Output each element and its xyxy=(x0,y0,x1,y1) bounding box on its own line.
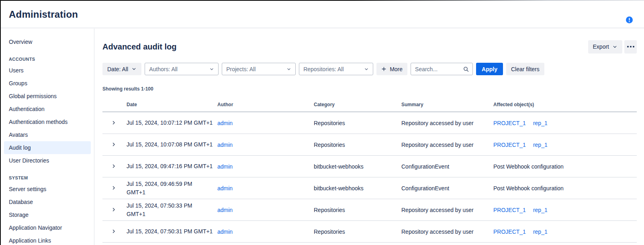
row-summary: ConfigurationEvent xyxy=(401,156,493,177)
chevron-down-icon xyxy=(286,67,291,72)
row-affected: Post Webhook configuration xyxy=(493,177,637,199)
row-summary: ConfigurationEvent xyxy=(401,177,493,199)
chevron-down-icon xyxy=(364,67,369,72)
expand-row-chevron-icon[interactable] xyxy=(111,120,116,125)
apply-button[interactable]: Apply xyxy=(476,63,503,75)
sidebar-item-groups[interactable]: Groups xyxy=(4,77,91,90)
sidebar-section-heading: SYSTEM xyxy=(1,173,94,183)
author-link[interactable]: admin xyxy=(217,142,233,148)
chevron-down-icon xyxy=(209,67,214,72)
page-title: Administration xyxy=(9,9,78,20)
table-row: Jul 15, 2024, 07:50:31 PM GMT+1 admin Re… xyxy=(102,221,637,243)
row-affected: PROJECT_1rep_1 xyxy=(493,199,637,221)
main-header-row: Advanced audit log Export xyxy=(102,39,637,54)
sidebar-item-application-navigator[interactable]: Application Navigator xyxy=(4,221,91,234)
projects-filter-dropdown[interactable]: Projects: All xyxy=(222,63,296,75)
search-icon xyxy=(463,66,469,72)
column-summary: Summary xyxy=(401,97,493,112)
window-top-edge xyxy=(0,0,644,1)
export-button-label: Export xyxy=(593,43,609,50)
audit-log-table: Date Author Category Summary Affected ob… xyxy=(102,97,637,243)
expand-row-chevron-icon[interactable] xyxy=(111,229,116,234)
author-link[interactable]: admin xyxy=(217,163,233,170)
row-affected: Post Webhook configuration xyxy=(493,156,637,177)
window-left-edge xyxy=(0,0,1,245)
row-summary: Repository accessed by user xyxy=(401,221,493,243)
sidebar-item-overview[interactable]: Overview xyxy=(4,35,91,48)
plus-icon xyxy=(381,66,386,72)
projects-filter-label: Projects: All xyxy=(226,66,256,72)
row-summary: Repository accessed by user xyxy=(401,112,493,134)
expand-row-chevron-icon[interactable] xyxy=(111,207,116,212)
chevron-down-icon xyxy=(612,44,617,49)
date-filter-dropdown[interactable]: Date: All xyxy=(102,63,141,75)
affected-object-link[interactable]: rep_1 xyxy=(533,120,548,126)
date-filter-label: Date: All xyxy=(107,66,128,72)
sidebar-item-global-permissions[interactable]: Global permissions xyxy=(4,90,91,103)
clear-filters-button[interactable]: Clear filters xyxy=(506,63,544,75)
row-category: bitbucket-webhooks xyxy=(314,156,401,177)
sidebar-item-audit-log[interactable]: Audit log xyxy=(4,141,91,154)
expand-row-chevron-icon[interactable] xyxy=(111,142,116,147)
affected-object-link[interactable]: PROJECT_1 xyxy=(493,120,526,126)
column-author: Author xyxy=(217,97,314,112)
author-link[interactable]: admin xyxy=(217,185,233,191)
row-affected: PROJECT_1rep_1 xyxy=(493,134,637,156)
row-category: Repositories xyxy=(314,112,401,134)
sidebar-item-users[interactable]: Users xyxy=(4,64,91,77)
authors-filter-label: Authors: All xyxy=(149,66,178,72)
sidebar-item-application-links[interactable]: Application Links xyxy=(4,234,91,245)
affected-object-text: Post Webhook configuration xyxy=(493,163,564,170)
author-link[interactable]: admin xyxy=(217,207,233,213)
table-row: Jul 15, 2024, 10:07:08 PM GMT+1 admin Re… xyxy=(102,134,637,156)
export-button[interactable]: Export xyxy=(588,40,622,54)
sidebar-item-server-settings[interactable]: Server settings xyxy=(4,183,91,196)
expand-row-chevron-icon[interactable] xyxy=(111,185,116,190)
row-date: Jul 15, 2024, 10:07:08 PM GMT+1 xyxy=(127,134,217,156)
affected-object-link[interactable]: PROJECT_1 xyxy=(493,229,526,235)
header-actions: Export xyxy=(588,40,637,54)
sidebar-item-avatars[interactable]: Avatars xyxy=(4,128,91,141)
row-affected: PROJECT_1rep_1 xyxy=(493,221,637,243)
more-options-button[interactable] xyxy=(624,40,637,54)
table-header-row: Date Author Category Summary Affected ob… xyxy=(102,97,637,112)
filter-bar: Date: All Authors: All Projects: All Rep… xyxy=(102,63,637,75)
affected-object-link[interactable]: rep_1 xyxy=(533,142,548,148)
clear-filters-label: Clear filters xyxy=(511,66,540,72)
audit-log-table-body: Jul 15, 2024, 10:07:12 PM GMT+1 admin Re… xyxy=(102,112,637,243)
repositories-filter-dropdown[interactable]: Repositories: All xyxy=(299,63,373,75)
sidebar-item-database[interactable]: Database xyxy=(4,196,91,208)
row-affected: PROJECT_1rep_1 xyxy=(493,112,637,134)
affected-object-link[interactable]: PROJECT_1 xyxy=(493,207,526,213)
sidebar-item-user-directories[interactable]: User Directories xyxy=(4,154,91,167)
info-exclamation-icon xyxy=(626,16,633,23)
results-count: Showing results 1-100 xyxy=(102,86,637,92)
affected-object-link[interactable]: rep_1 xyxy=(533,207,548,213)
table-row: Jul 15, 2024, 10:07:12 PM GMT+1 admin Re… xyxy=(102,112,637,134)
repositories-filter-label: Repositories: All xyxy=(303,66,343,72)
affected-object-link[interactable]: PROJECT_1 xyxy=(493,142,526,148)
sidebar-item-authentication-methods[interactable]: Authentication methods xyxy=(4,115,91,128)
row-category: Repositories xyxy=(314,221,401,243)
author-link[interactable]: admin xyxy=(217,229,233,235)
authors-filter-dropdown[interactable]: Authors: All xyxy=(145,63,219,75)
administration-page: Administration OverviewACCOUNTSUsersGrou… xyxy=(0,0,644,245)
affected-object-link[interactable]: rep_1 xyxy=(533,229,548,235)
sidebar-item-storage[interactable]: Storage xyxy=(4,208,91,221)
more-filters-button[interactable]: More xyxy=(376,63,407,75)
row-summary: Repository accessed by user xyxy=(401,199,493,221)
row-date: Jul 15, 2024, 09:46:59 PM GMT+1 xyxy=(127,177,217,199)
page-header: Administration xyxy=(1,1,644,28)
sidebar-item-authentication[interactable]: Authentication xyxy=(4,103,91,115)
ellipsis-icon xyxy=(627,46,634,47)
row-date: Jul 15, 2024, 10:07:12 PM GMT+1 xyxy=(127,112,217,134)
info-icon[interactable] xyxy=(626,16,633,23)
main-content: Advanced audit log Export Date: All xyxy=(95,29,644,245)
author-link[interactable]: admin xyxy=(217,120,233,126)
row-category: Repositories xyxy=(314,134,401,156)
row-category: bitbucket-webhooks xyxy=(314,177,401,199)
table-row: Jul 15, 2024, 09:46:59 PM GMT+1 admin bi… xyxy=(102,177,637,199)
row-date: Jul 15, 2024, 07:50:31 PM GMT+1 xyxy=(127,221,217,243)
expand-row-chevron-icon[interactable] xyxy=(111,164,116,169)
column-category: Category xyxy=(314,97,401,112)
